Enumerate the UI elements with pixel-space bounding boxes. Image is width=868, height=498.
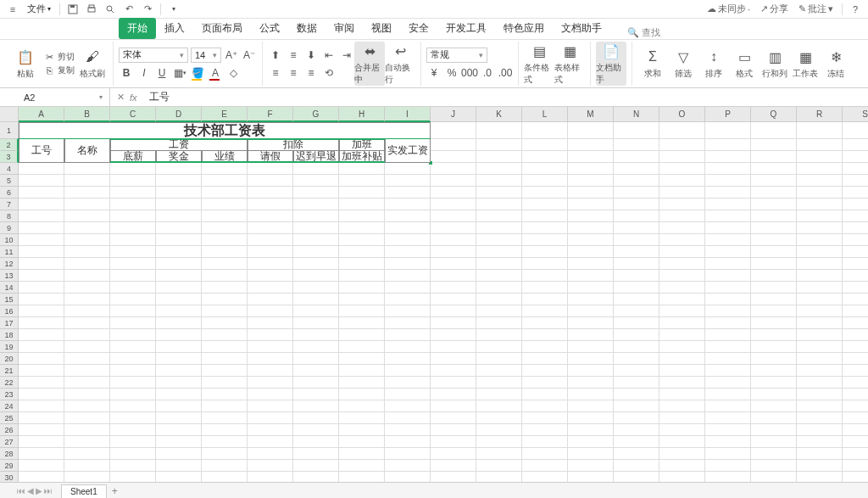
- save-icon[interactable]: [65, 2, 81, 17]
- cell[interactable]: [797, 317, 843, 329]
- cell[interactable]: [614, 436, 659, 448]
- cell[interactable]: [797, 139, 843, 151]
- cell[interactable]: [705, 163, 751, 175]
- cell[interactable]: [843, 175, 868, 187]
- cell[interactable]: [659, 246, 705, 258]
- cell[interactable]: [64, 163, 110, 175]
- cell[interactable]: [659, 472, 705, 482]
- cell[interactable]: [568, 317, 614, 329]
- cell[interactable]: [339, 222, 385, 234]
- cell[interactable]: [843, 282, 868, 294]
- cell[interactable]: [293, 234, 339, 246]
- cell[interactable]: [843, 151, 868, 163]
- orientation-icon[interactable]: ⟲: [321, 65, 337, 81]
- fill-color-icon[interactable]: 🪣: [190, 65, 205, 81]
- cell[interactable]: [568, 365, 614, 377]
- number-format-select[interactable]: 常规▾: [426, 48, 487, 63]
- cell[interactable]: [431, 282, 476, 294]
- doc-helper-button[interactable]: 📄 文档助手: [596, 42, 626, 86]
- cell[interactable]: [156, 460, 202, 472]
- cell[interactable]: [156, 353, 202, 365]
- cell[interactable]: [339, 448, 385, 460]
- cell[interactable]: [659, 258, 705, 270]
- cell[interactable]: [843, 424, 868, 436]
- row-header[interactable]: 16: [0, 305, 19, 317]
- cell[interactable]: [522, 448, 568, 460]
- cell[interactable]: [293, 424, 339, 436]
- cell[interactable]: [431, 151, 476, 163]
- cell[interactable]: [522, 199, 568, 210]
- column-header[interactable]: O: [659, 107, 705, 122]
- cell[interactable]: [705, 282, 751, 294]
- cell[interactable]: [339, 353, 385, 365]
- cell[interactable]: [156, 175, 202, 187]
- cell[interactable]: [293, 400, 339, 412]
- cell[interactable]: [110, 377, 156, 389]
- align-center-icon[interactable]: ≡: [286, 65, 301, 81]
- copy-button[interactable]: ⎘复制: [41, 64, 77, 77]
- cell[interactable]: [19, 222, 64, 234]
- cell[interactable]: [797, 353, 843, 365]
- cell[interactable]: [568, 305, 614, 317]
- cell[interactable]: [843, 210, 868, 222]
- cell[interactable]: [659, 412, 705, 424]
- cell[interactable]: [156, 163, 202, 175]
- cell[interactable]: [19, 234, 64, 246]
- cell[interactable]: [19, 400, 64, 412]
- cell[interactable]: [110, 163, 156, 175]
- cell[interactable]: [64, 222, 110, 234]
- cell[interactable]: [110, 175, 156, 187]
- cell[interactable]: [156, 234, 202, 246]
- cell[interactable]: [568, 353, 614, 365]
- cell[interactable]: [659, 187, 705, 199]
- column-header[interactable]: B: [64, 107, 110, 122]
- column-header[interactable]: F: [248, 107, 293, 122]
- column-header[interactable]: A: [19, 107, 64, 122]
- cell[interactable]: [293, 270, 339, 282]
- cell[interactable]: [476, 122, 522, 139]
- cell[interactable]: [431, 424, 476, 436]
- cell[interactable]: [431, 222, 476, 234]
- row-header[interactable]: 8: [0, 210, 19, 222]
- cell[interactable]: [705, 222, 751, 234]
- cell[interactable]: [614, 122, 659, 139]
- cell[interactable]: [202, 460, 248, 472]
- cell[interactable]: [339, 187, 385, 199]
- cell[interactable]: [431, 187, 476, 199]
- cell[interactable]: [339, 270, 385, 282]
- undo-icon[interactable]: ↶: [121, 2, 136, 17]
- cell[interactable]: [110, 294, 156, 305]
- cell[interactable]: [110, 317, 156, 329]
- cell[interactable]: [614, 234, 659, 246]
- cell[interactable]: [293, 199, 339, 210]
- cell[interactable]: [248, 222, 293, 234]
- cell[interactable]: [385, 389, 431, 400]
- cell[interactable]: [339, 436, 385, 448]
- paste-button[interactable]: 📋 粘贴: [10, 42, 41, 86]
- cell[interactable]: [614, 163, 659, 175]
- cell[interactable]: [614, 389, 659, 400]
- cell[interactable]: [64, 412, 110, 424]
- cell[interactable]: [431, 377, 476, 389]
- cell[interactable]: [431, 448, 476, 460]
- cell[interactable]: [797, 460, 843, 472]
- cell[interactable]: [248, 353, 293, 365]
- row-header[interactable]: 18: [0, 329, 19, 341]
- cell[interactable]: [156, 341, 202, 353]
- cell[interactable]: [431, 317, 476, 329]
- cell[interactable]: [797, 175, 843, 187]
- cell[interactable]: [64, 294, 110, 305]
- cell[interactable]: [110, 341, 156, 353]
- cell[interactable]: 迟到早退: [293, 151, 339, 163]
- cell[interactable]: [202, 341, 248, 353]
- cell[interactable]: [19, 163, 64, 175]
- format-button[interactable]: ▭格式: [729, 42, 760, 86]
- cell[interactable]: [64, 175, 110, 187]
- cell[interactable]: [751, 305, 797, 317]
- cell[interactable]: [476, 460, 522, 472]
- cell[interactable]: [659, 424, 705, 436]
- cell[interactable]: [431, 329, 476, 341]
- cell[interactable]: [568, 448, 614, 460]
- cell[interactable]: [751, 258, 797, 270]
- font-size-select[interactable]: 14▾: [191, 48, 221, 63]
